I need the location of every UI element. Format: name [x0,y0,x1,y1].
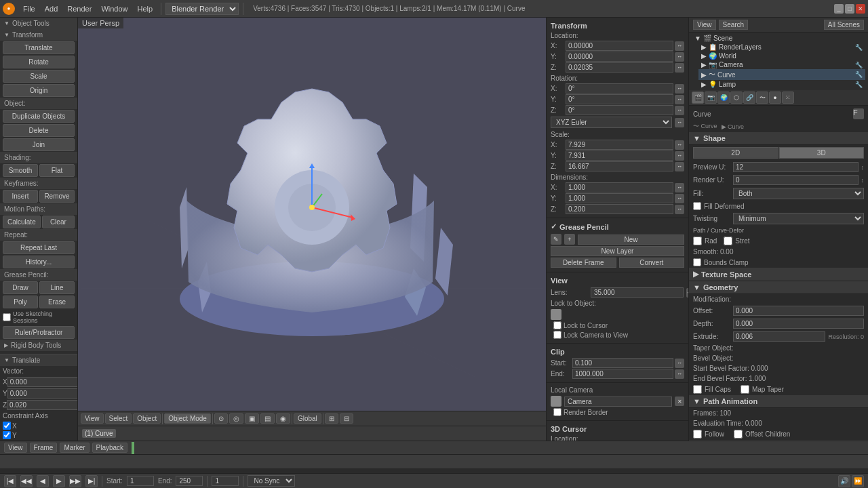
step-forward-btn[interactable]: ▶▶ [69,475,81,487]
props-tab-data[interactable]: 〜 [756,92,768,104]
rot-x-input[interactable] [566,83,673,94]
start-frame-input[interactable] [127,476,154,486]
flat-btn[interactable]: Flat [39,164,75,177]
scale-z-input[interactable] [566,161,673,171]
extrude-input[interactable] [733,331,825,342]
dim-x-icon[interactable]: ↔ [675,183,684,192]
loc-y-input[interactable] [566,52,673,62]
dim-y-icon[interactable]: ↔ [675,194,684,203]
shape-sec-hdr[interactable]: ▼ Shape [689,132,868,145]
props-tab-obj[interactable]: ⬡ [730,92,743,104]
viewport-icon5[interactable]: ◉ [276,413,290,424]
transform-header[interactable]: ▼ Transform [0,29,77,41]
repeat-last-btn[interactable]: Repeat Last [3,241,75,254]
insert-btn[interactable]: Insert [3,190,38,203]
use-sketching-cb[interactable] [3,313,11,321]
transform-section-hdr[interactable]: Transform [551,20,684,31]
offset-children-cb[interactable] [734,430,743,439]
sync-select[interactable]: No SyncFrame DropSync [248,475,295,487]
search-nav-btn[interactable]: Search [719,20,749,30]
scale-x-icon[interactable]: ↔ [675,140,684,150]
poly-btn[interactable]: Poly [3,296,38,308]
menu-window[interactable]: Window [97,3,132,14]
loc-z-icon[interactable]: ↔ [675,63,684,73]
scene-item[interactable]: ▼ 🎬 Scene [692,34,865,43]
viewport-icon1[interactable]: ⊙ [214,413,228,424]
fill-caps-cb[interactable] [693,385,702,394]
timeline-view-btn[interactable]: View [4,443,27,453]
maximize-btn[interactable]: □ [845,4,854,14]
props-tab-constraints[interactable]: 🔗 [743,92,755,104]
camera-clear-icon[interactable]: ✕ [675,396,684,406]
rot-z-input[interactable] [566,105,673,115]
dim-x-input[interactable] [566,182,673,192]
viewport-icon2[interactable]: ◎ [229,413,243,424]
select-btn[interactable]: Select [105,413,132,424]
texture-space-hdr[interactable]: ▶ Texture Space [689,268,868,281]
cursor-sec-hdr[interactable]: 3D Cursor [551,424,684,434]
rot-mode-select[interactable]: XYZ Euler [551,117,672,128]
convert-btn[interactable]: Convert [619,258,685,268]
grid-btn1[interactable]: ⊞ [325,413,338,424]
remove-btn[interactable]: Remove [39,190,75,203]
object-btn[interactable]: Object [133,413,161,424]
new-btn[interactable]: New [578,235,684,245]
str-cb[interactable] [724,237,732,245]
object-mode-btn[interactable]: Object Mode [164,413,211,424]
vec-x-input[interactable] [7,377,78,387]
view-menu-btn[interactable]: View [81,413,104,424]
play-forward-btn[interactable]: ▶ [53,475,65,487]
render-engine-select[interactable]: Blender Render Cycles Render [165,3,239,15]
grease-add-btn[interactable]: + [564,234,575,245]
delete-frame-btn[interactable]: Delete Frame [551,258,616,268]
curve-item[interactable]: ▶ 〜 Curve 🔧 [698,69,865,80]
rot-z-icon[interactable]: ↔ [675,106,684,115]
lens-input[interactable] [591,287,684,298]
offset-input[interactable] [733,306,864,316]
rad-cb[interactable] [693,237,702,245]
translate-btn[interactable]: Translate [3,41,75,54]
global-btn[interactable]: Global [294,413,321,424]
menu-help[interactable]: Help [134,3,157,14]
axis-y-cb[interactable] [3,431,11,439]
translate-sec-header[interactable]: ▼ Translate [0,354,77,366]
clear-btn[interactable]: Clear [42,216,75,228]
menu-render[interactable]: Render [63,3,96,14]
lamp-item[interactable]: ▶ 💡 Lamp 🔧 [698,80,865,89]
current-frame-input[interactable] [212,476,239,486]
close-btn[interactable]: ✕ [856,4,865,14]
delete-btn[interactable]: Delete [3,124,75,137]
clip-start-input[interactable] [572,358,673,368]
camera-item[interactable]: ▶ 📷 Camera 🔧 [698,60,865,69]
render-layers-item[interactable]: ▶ 📋 RenderLayers 🔧 [698,43,865,52]
rot-x-icon[interactable]: ↔ [675,84,684,94]
props-tab-render[interactable]: 📷 [705,92,717,104]
sync-btn[interactable]: ⏩ [852,475,864,487]
scale-btn[interactable]: Scale [3,70,75,83]
audio-btn[interactable]: 🔊 [838,475,850,487]
lock-camera-cb[interactable] [553,331,561,339]
clip-start-icon[interactable]: ↔ [675,359,684,368]
timeline-playback-btn[interactable]: Playback [92,443,128,453]
render-border-cb[interactable] [553,408,561,416]
rot-mode-icon[interactable]: ↔ [675,118,684,127]
join-btn[interactable]: Join [3,138,75,151]
lock-cursor-cb[interactable] [553,321,561,329]
props-tab-material[interactable]: ● [769,92,781,104]
smooth-btn[interactable]: Smooth [3,164,38,177]
grid-btn2[interactable]: ⊟ [340,413,353,424]
clip-end-input[interactable] [572,369,673,379]
grease-pencil-sec-hdr[interactable]: ✓ Grease Pencil [551,221,684,232]
end-frame-input[interactable] [176,476,203,486]
erase-btn[interactable]: Erase [39,296,75,308]
loc-y-icon[interactable]: ↔ [675,52,684,62]
dim-z-icon[interactable]: ↔ [675,205,684,214]
step-back-btn[interactable]: ◀◀ [20,475,33,487]
view-sec-hdr[interactable]: View [551,275,684,286]
loc-x-icon[interactable]: ↔ [675,41,684,51]
clip-sec-hdr[interactable]: Clip [551,346,684,357]
origin-btn[interactable]: Origin [3,84,75,97]
line-btn[interactable]: Line [39,281,75,294]
vec-y-input[interactable] [7,388,78,399]
new-layer-btn[interactable]: New Layer [551,246,684,256]
